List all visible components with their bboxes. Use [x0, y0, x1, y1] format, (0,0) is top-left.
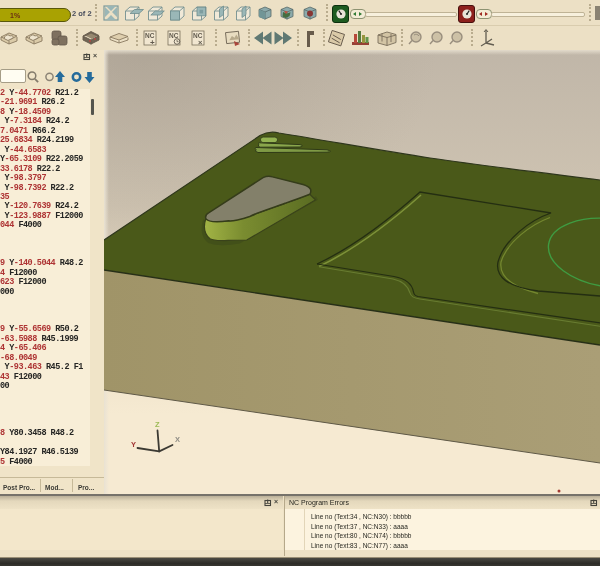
svg-text:×: ×: [198, 38, 203, 47]
svg-text:+: +: [150, 38, 155, 47]
svg-text:X: X: [175, 435, 180, 444]
svg-text:NC: NC: [169, 32, 179, 39]
svg-text:Z: Z: [155, 420, 160, 429]
svg-text:Y: Y: [131, 440, 136, 449]
